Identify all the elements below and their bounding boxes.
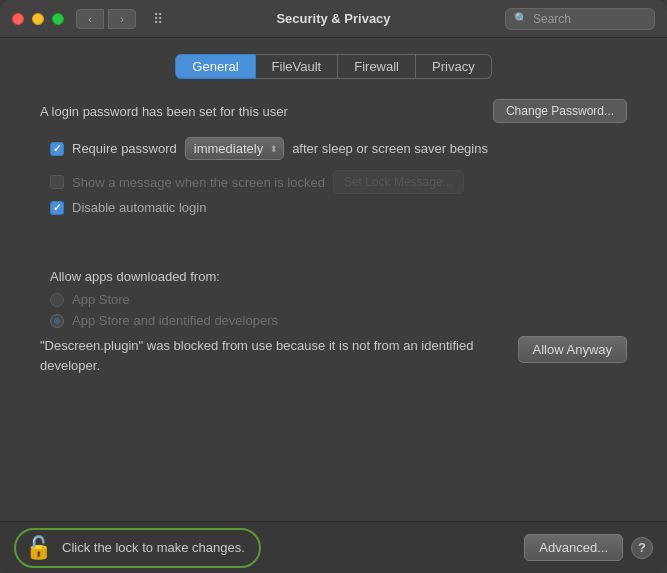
require-password-checkbox[interactable] [50, 142, 64, 156]
disable-autologin-label: Disable automatic login [72, 200, 206, 215]
disable-autologin-checkbox[interactable] [50, 201, 64, 215]
blocked-plugin-row: "Descreen.plugin" was blocked from use b… [40, 336, 627, 375]
maximize-button[interactable] [52, 13, 64, 25]
password-timing-value: immediately [194, 141, 263, 156]
app-store-option-row: App Store [50, 292, 627, 307]
lock-label: Click the lock to make changes. [62, 540, 245, 555]
app-store-developers-option-row: App Store and identified developers [50, 313, 627, 328]
app-store-label: App Store [72, 292, 130, 307]
help-button[interactable]: ? [631, 537, 653, 559]
search-icon: 🔍 [514, 12, 528, 25]
show-message-checkbox[interactable] [50, 175, 64, 189]
tab-general[interactable]: General [175, 54, 255, 79]
search-input[interactable] [533, 12, 646, 26]
after-sleep-label: after sleep or screen saver begins [292, 141, 488, 156]
set-lock-message-button[interactable]: Set Lock Message... [333, 170, 464, 194]
bottom-right: Advanced... ? [524, 534, 653, 561]
lock-icon-wrap: 🔓 [24, 534, 52, 562]
minimize-button[interactable] [32, 13, 44, 25]
grid-button[interactable]: ⠿ [144, 9, 172, 29]
blocked-text: "Descreen.plugin" was blocked from use b… [40, 336, 506, 375]
allow-apps-title: Allow apps downloaded from: [50, 269, 627, 284]
lock-area[interactable]: 🔓 Click the lock to make changes. [14, 528, 261, 568]
general-section: A login password has been set for this u… [20, 99, 647, 521]
window: ‹ › ⠿ Security & Privacy 🔍 General FileV… [0, 0, 667, 573]
password-set-row: A login password has been set for this u… [40, 99, 627, 123]
disable-autologin-row: Disable automatic login [50, 200, 627, 215]
traffic-lights [12, 13, 64, 25]
forward-button[interactable]: › [108, 9, 136, 29]
search-bar[interactable]: 🔍 [505, 8, 655, 30]
back-button[interactable]: ‹ [76, 9, 104, 29]
tabs: General FileVault Firewall Privacy [20, 54, 647, 79]
bottom-bar: 🔓 Click the lock to make changes. Advanc… [0, 521, 667, 573]
allow-apps-section: Allow apps downloaded from: App Store Ap… [40, 269, 627, 375]
close-button[interactable] [12, 13, 24, 25]
nav-buttons: ‹ › [76, 9, 136, 29]
allow-anyway-button[interactable]: Allow Anyway [518, 336, 627, 363]
main-content: General FileVault Firewall Privacy A log… [0, 38, 667, 521]
lock-icon: 🔓 [25, 535, 52, 561]
change-password-button[interactable]: Change Password... [493, 99, 627, 123]
password-timing-dropdown[interactable]: immediately [185, 137, 284, 160]
require-password-label: Require password [72, 141, 177, 156]
app-store-radio[interactable] [50, 293, 64, 307]
app-store-developers-label: App Store and identified developers [72, 313, 278, 328]
tab-firewall[interactable]: Firewall [338, 54, 416, 79]
show-message-label: Show a message when the screen is locked [72, 175, 325, 190]
window-title: Security & Privacy [276, 11, 390, 26]
show-message-row: Show a message when the screen is locked… [50, 170, 627, 194]
title-bar: ‹ › ⠿ Security & Privacy 🔍 [0, 0, 667, 38]
password-set-label: A login password has been set for this u… [40, 104, 288, 119]
app-store-developers-radio[interactable] [50, 314, 64, 328]
tab-privacy[interactable]: Privacy [416, 54, 492, 79]
tab-filevault[interactable]: FileVault [256, 54, 339, 79]
require-password-row: Require password immediately after sleep… [50, 137, 627, 160]
advanced-button[interactable]: Advanced... [524, 534, 623, 561]
